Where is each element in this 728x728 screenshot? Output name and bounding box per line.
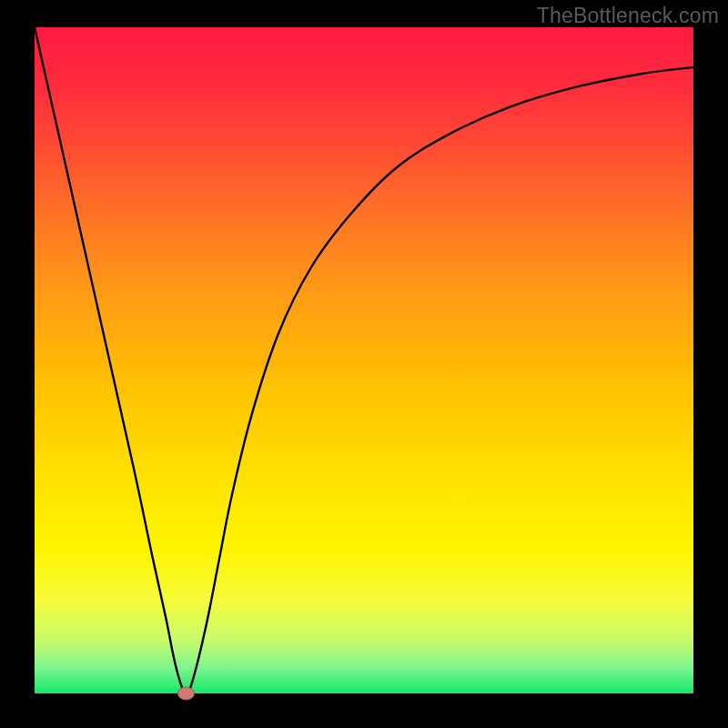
- watermark-text: TheBottleneck.com: [537, 4, 719, 28]
- chart-frame: TheBottleneck.com: [0, 0, 728, 728]
- chart-gradient-bg: [35, 27, 693, 693]
- optimum-marker: [178, 687, 195, 700]
- bottleneck-chart: [0, 0, 728, 728]
